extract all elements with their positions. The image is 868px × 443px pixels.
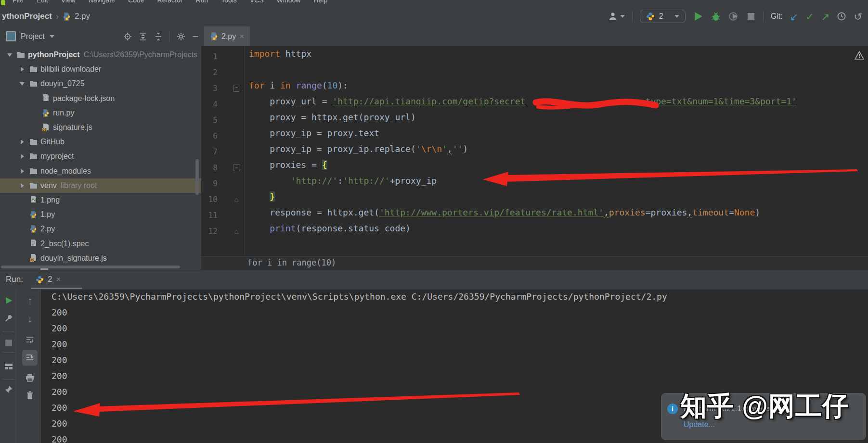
- tree-expanded-icon[interactable]: [4, 53, 15, 57]
- run-configuration-select[interactable]: 2: [640, 10, 686, 23]
- tree-item-1-py[interactable]: 1.py: [0, 207, 201, 222]
- fold-end-icon[interactable]: ⌂: [231, 191, 242, 207]
- locate-icon[interactable]: [123, 32, 132, 41]
- user-menu[interactable]: [608, 12, 625, 21]
- coverage-icon[interactable]: [728, 11, 739, 22]
- tree-item-2-py[interactable]: 2.py: [0, 222, 201, 236]
- hide-icon[interactable]: −: [192, 31, 198, 42]
- tree-collapsed-icon[interactable]: [16, 139, 28, 144]
- soft-wrap-icon[interactable]: [23, 333, 37, 346]
- python-icon: [40, 109, 51, 117]
- menu-item-file[interactable]: File: [13, 0, 24, 4]
- menu-item-view[interactable]: View: [61, 0, 76, 4]
- clear-icon[interactable]: [23, 389, 37, 402]
- code-line-4[interactable]: proxy_url = 'http://api.tianqiip.com/get…: [249, 96, 797, 112]
- rerun-icon[interactable]: [2, 294, 15, 307]
- pin-icon[interactable]: [2, 383, 15, 396]
- tree-item-run-py[interactable]: run.py: [0, 106, 201, 120]
- rollback-icon[interactable]: ↺: [854, 12, 862, 22]
- tree-item-2-bsc-1-spec[interactable]: 2_bsc(1).spec: [0, 236, 201, 251]
- tab-2py[interactable]: 2.py ×: [204, 26, 250, 46]
- tree-item-douyin-signature-js[interactable]: JSdouyin_signature.js: [0, 251, 201, 266]
- menu-item-vcs[interactable]: VCS: [250, 0, 264, 4]
- code-line-3[interactable]: for i in range(10):: [249, 80, 348, 96]
- settings-icon[interactable]: [177, 32, 185, 41]
- code-token: proxy_url =: [249, 96, 332, 106]
- project-panel-title[interactable]: Project: [6, 26, 54, 46]
- tree-item-venv[interactable]: venv library root: [0, 178, 201, 193]
- horizontal-scrollbar[interactable]: [1, 266, 180, 268]
- code-token: ': [442, 144, 447, 154]
- close-icon[interactable]: ×: [56, 275, 61, 284]
- tree-collapsed-icon[interactable]: [16, 67, 28, 72]
- tree-expanded-icon[interactable]: [16, 82, 28, 86]
- code-token: :: [337, 176, 343, 186]
- run-tab[interactable]: 2 ×: [31, 270, 65, 289]
- tree-item-1-png[interactable]: 1.png: [0, 193, 201, 207]
- down-icon[interactable]: ↓: [23, 312, 37, 326]
- menu-item-edit[interactable]: Edit: [37, 0, 48, 4]
- code-line-5[interactable]: proxy = httpx.get(proxy_url): [249, 112, 416, 128]
- breadcrumb-file[interactable]: 2.py: [75, 12, 90, 21]
- stop-icon[interactable]: [2, 336, 15, 350]
- image-file-icon: [28, 196, 39, 204]
- fold-end-icon[interactable]: ⌂: [231, 223, 242, 239]
- expand-all-icon[interactable]: [139, 32, 147, 41]
- settings-wrench-icon[interactable]: [2, 311, 15, 325]
- divider: [3, 379, 14, 380]
- menu-item-window[interactable]: Window: [277, 0, 301, 4]
- line-number: 9: [201, 176, 218, 191]
- code-line-6[interactable]: proxy_ip = proxy.text: [249, 128, 379, 144]
- fold-open-icon[interactable]: −: [231, 160, 242, 176]
- menu-item-navigate[interactable]: Navigate: [89, 0, 115, 4]
- tree-item-github[interactable]: GitHub: [0, 135, 201, 149]
- code-line-10[interactable]: }: [249, 191, 275, 207]
- python-file-icon: [63, 13, 71, 21]
- tree-item-signature-js[interactable]: JSsignature.js: [0, 120, 201, 135]
- code-line-12[interactable]: print(response.status_code): [249, 223, 411, 239]
- menu-item-help[interactable]: Help: [313, 0, 327, 4]
- menu-item-refactor[interactable]: Refactor: [157, 0, 183, 4]
- code-token: proxies: [609, 207, 646, 217]
- tree-item-package-lock-json[interactable]: {·}package-lock.json: [0, 91, 201, 106]
- tree-collapsed-icon[interactable]: [16, 169, 28, 174]
- git-update-icon[interactable]: ↙: [790, 12, 799, 22]
- code-editor[interactable]: 1import httpx23−for i in range(10):4 pro…: [201, 46, 868, 256]
- fold-open-icon[interactable]: −: [231, 80, 242, 96]
- up-icon[interactable]: ↑: [23, 294, 37, 307]
- tree-item-douyin-0725[interactable]: douyin_0725: [0, 76, 201, 91]
- menu-item-run[interactable]: Run: [195, 0, 208, 4]
- print-icon[interactable]: [23, 371, 37, 384]
- run-icon[interactable]: [693, 11, 703, 22]
- code-line-8[interactable]: proxies = {: [249, 160, 327, 176]
- code-line-1[interactable]: import httpx: [249, 49, 311, 64]
- history-icon[interactable]: [837, 12, 846, 21]
- debug-icon[interactable]: [711, 11, 721, 22]
- git-push-icon[interactable]: ↗: [821, 12, 830, 22]
- menu-item-tools[interactable]: Tools: [221, 0, 237, 4]
- menu-item-code[interactable]: Code: [128, 0, 144, 4]
- scroll-to-end-icon[interactable]: [22, 350, 38, 366]
- app-logo-icon: [1, 0, 5, 5]
- layout-icon[interactable]: [2, 360, 15, 373]
- git-commit-icon[interactable]: ✓: [805, 12, 814, 22]
- tree-item-myproject[interactable]: myproject: [0, 149, 201, 164]
- svg-text:JS: JS: [30, 258, 34, 262]
- tree-item-pythonproject[interactable]: pythonProject C:\Users\26359\PycharmProj…: [0, 48, 201, 62]
- collapse-all-icon[interactable]: [154, 32, 163, 41]
- tree-item-node-modules[interactable]: node_modules: [0, 164, 201, 178]
- code-line-11[interactable]: response = httpx.get('http://www.porters…: [249, 207, 760, 223]
- stop-icon[interactable]: [746, 12, 756, 21]
- editor-context-bar: for i in range(10): [201, 256, 868, 270]
- tree-collapsed-icon[interactable]: [16, 154, 28, 159]
- breadcrumb-project[interactable]: ythonProject: [2, 12, 52, 21]
- inspections-warning-icon[interactable]: [855, 51, 864, 60]
- close-icon[interactable]: ×: [239, 32, 244, 41]
- vertical-scrollbar[interactable]: [195, 159, 199, 195]
- code-line-7[interactable]: proxy_ip = proxy_ip.replace('\r\n',''): [249, 144, 468, 160]
- watermark: 知乎 @网工仔: [680, 389, 849, 424]
- code-line-9[interactable]: 'http://':'http://'+proxy_ip: [249, 176, 437, 191]
- tree-item-label: douyin_signature.js: [40, 254, 107, 263]
- tree-collapsed-icon[interactable]: [16, 183, 28, 188]
- tree-item-bilibili-downloader[interactable]: bilibili downloader: [0, 62, 201, 76]
